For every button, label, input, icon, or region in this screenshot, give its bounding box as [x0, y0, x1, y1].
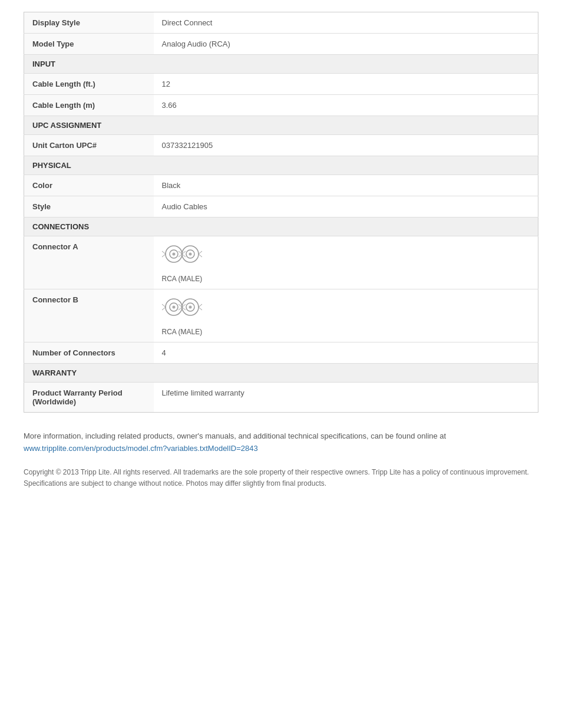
spec-value: 3.66: [154, 95, 538, 116]
rca-connector-icon: [162, 242, 209, 272]
svg-point-2: [172, 253, 175, 256]
rca-connector-icon: [162, 295, 209, 325]
spec-label: Display Style: [24, 12, 154, 34]
svg-line-27: [199, 307, 202, 310]
spec-value: Analog Audio (RCA): [154, 34, 538, 55]
spec-value: 4: [154, 342, 538, 364]
spec-label: Color: [24, 175, 154, 196]
spec-value: Audio Cables: [154, 196, 538, 218]
connector-type-label: RCA (MALE): [162, 275, 530, 283]
spec-label: Style: [24, 196, 154, 218]
svg-point-16: [172, 306, 175, 309]
spec-label: Cable Length (ft.): [24, 74, 154, 95]
spec-table: Display StyleDirect ConnectModel TypeAna…: [24, 12, 538, 413]
section-header-physical: PHYSICAL: [24, 156, 538, 175]
spec-label: Connector A: [24, 236, 154, 289]
spec-value: 037332121905: [154, 135, 538, 156]
footer-text: More information, including related prod…: [24, 431, 446, 440]
copyright-text: Copyright © 2013 Tripp Lite. All rights …: [24, 467, 538, 489]
spec-label: Model Type: [24, 34, 154, 55]
footer-info: More information, including related prod…: [24, 430, 538, 455]
svg-line-13: [199, 254, 202, 257]
svg-line-18: [162, 307, 166, 310]
connector-value: RCA (MALE): [154, 289, 538, 342]
spec-value: Lifetime limited warranty: [154, 383, 538, 413]
spec-label: Unit Carton UPC#: [24, 135, 154, 156]
svg-point-23: [189, 306, 191, 309]
section-header-connections: CONNECTIONS: [24, 218, 538, 236]
svg-line-3: [162, 251, 166, 254]
spec-label: Cable Length (m): [24, 95, 154, 116]
spec-label: Number of Connectors: [24, 342, 154, 364]
svg-line-4: [162, 254, 166, 257]
section-header-input: INPUT: [24, 55, 538, 74]
spec-value: Direct Connect: [154, 12, 538, 34]
connector-type-label: RCA (MALE): [162, 328, 530, 336]
spec-label: Product Warranty Period (Worldwide): [24, 383, 154, 413]
svg-line-17: [162, 304, 166, 307]
svg-line-26: [199, 304, 202, 307]
spec-label: Connector B: [24, 289, 154, 342]
section-header-warranty: WARRANTY: [24, 364, 538, 383]
svg-line-12: [199, 251, 202, 254]
connector-value: RCA (MALE): [154, 236, 538, 289]
spec-value: 12: [154, 74, 538, 95]
svg-point-9: [189, 253, 191, 256]
spec-value: Black: [154, 175, 538, 196]
section-header-upc-assignment: UPC ASSIGNMENT: [24, 116, 538, 135]
footer-link[interactable]: www.tripplite.com/en/products/model.cfm?…: [24, 444, 258, 453]
